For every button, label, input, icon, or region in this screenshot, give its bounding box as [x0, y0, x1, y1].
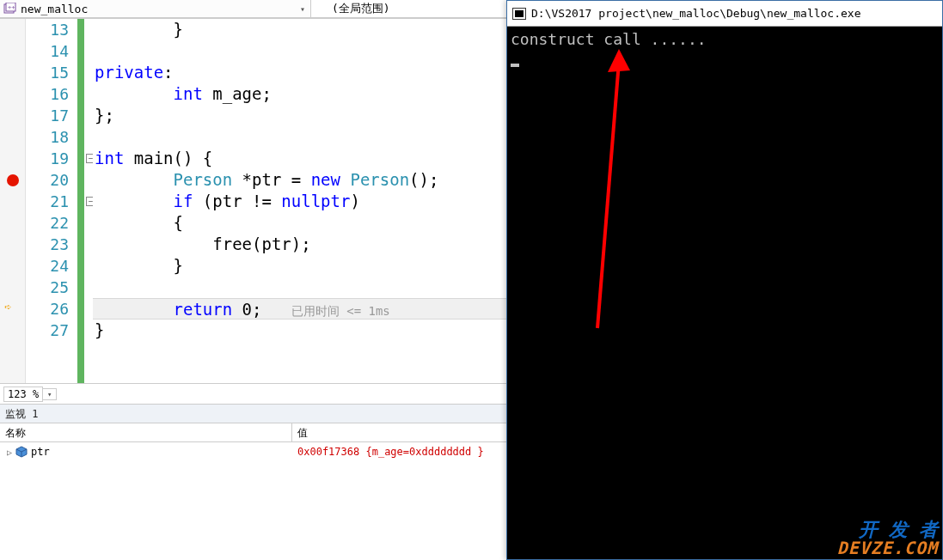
watch-col-name[interactable]: 名称: [0, 423, 292, 441]
line-number-margin: 131415161718192021222324252627: [26, 19, 77, 383]
svg-text:++: ++: [8, 4, 15, 11]
line-number: 18: [26, 126, 69, 148]
expand-icon[interactable]: ▷: [7, 447, 12, 457]
variable-icon: [15, 446, 28, 458]
line-number: 27: [26, 320, 69, 341]
line-number: 17: [26, 105, 69, 126]
zoom-value[interactable]: 123 %: [3, 387, 43, 402]
current-line-arrow-icon: ➪: [4, 300, 11, 313]
indicator-margin: −−: [77, 19, 93, 383]
console-titlebar[interactable]: D:\VS2017 project\new_malloc\Debug\new_m…: [507, 1, 942, 27]
line-number: 16: [26, 83, 69, 105]
document-dropdown[interactable]: ++ new_malloc ▾: [0, 0, 311, 18]
line-number: 21: [26, 191, 69, 212]
zoom-dropdown[interactable]: ▾: [43, 388, 57, 400]
cpp-file-icon: ++: [3, 3, 17, 15]
line-number: 26: [26, 298, 69, 320]
line-number: 23: [26, 234, 69, 255]
console-title-text: D:\VS2017 project\new_malloc\Debug\new_m…: [531, 7, 861, 20]
line-number: 20: [26, 169, 69, 191]
breakpoint-margin[interactable]: ➪: [0, 19, 26, 383]
breakpoint-icon[interactable]: [7, 174, 19, 186]
document-name: new_malloc: [21, 3, 295, 15]
line-number: 22: [26, 212, 69, 234]
watermark: 开 发 者 DEVZE.COM: [837, 520, 938, 557]
line-number: 24: [26, 255, 69, 277]
console-icon: [512, 8, 526, 20]
line-number: 15: [26, 62, 69, 83]
line-number: 13: [26, 19, 69, 40]
watch-var-name: ptr: [31, 446, 50, 458]
line-number: 19: [26, 148, 69, 169]
console-cursor: [511, 64, 519, 67]
chevron-down-icon: ▾: [295, 4, 310, 14]
console-output: construct call ......: [511, 30, 939, 48]
console-window: D:\VS2017 project\new_malloc\Debug\new_m…: [506, 0, 943, 560]
line-number: 25: [26, 277, 69, 298]
console-body[interactable]: construct call ......: [507, 27, 942, 70]
line-number: 14: [26, 40, 69, 62]
change-indicator: [77, 19, 84, 383]
